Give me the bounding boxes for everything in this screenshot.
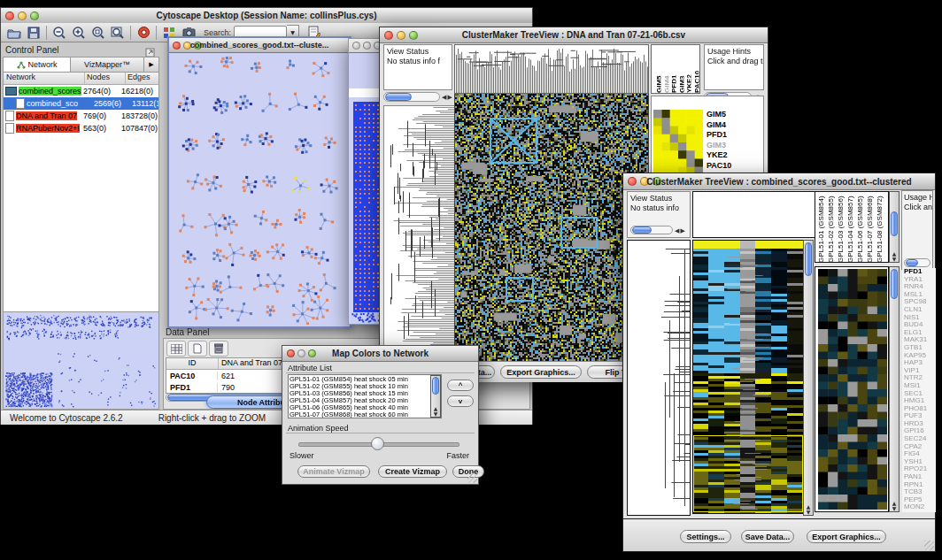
save-data-button[interactable]: Save Data... [741, 530, 794, 543]
tv1-column-label[interactable]: GIM3 [676, 47, 684, 93]
minimize-button[interactable] [363, 42, 371, 50]
help-lifesaver-icon[interactable] [134, 24, 153, 41]
scroll-up-down-icons[interactable]: ▲▼ [890, 501, 899, 511]
create-vizmap-button[interactable]: Create Vizmap [378, 465, 447, 478]
attribute-item[interactable]: GPL51-07 (GSM868) heat shock 60 min [290, 411, 429, 418]
resize-grip[interactable] [924, 541, 934, 550]
control-panel-tabs: Network VizMapper™ ▶ [4, 58, 158, 73]
attribute-listbox: GPL51-01 (GSM854) heat shock 05 minGPL51… [288, 374, 442, 418]
tv2-column-dendrogram-area[interactable] [692, 191, 816, 238]
hscroll-thumb[interactable] [906, 259, 918, 266]
tv1-column-label[interactable]: PAC10 [691, 47, 699, 93]
scroll-left-right-icons[interactable]: ◀▶ [442, 94, 453, 101]
export-graphics-button[interactable]: Export Graphics... [500, 365, 582, 379]
tv1-row-label[interactable]: GIM3 [706, 141, 731, 151]
vscroll-thumb[interactable] [891, 211, 898, 236]
move-down-button[interactable]: v [447, 395, 474, 407]
network-canvas[interactable] [169, 53, 346, 325]
status-zoom-hint: Right-click + drag to ZOOM [158, 413, 266, 423]
speed-slider-thumb[interactable] [371, 437, 384, 450]
tv2-hints-scrollbar[interactable] [904, 258, 930, 267]
tv2-status-scrollbar[interactable] [630, 226, 673, 234]
tv1-row-label[interactable]: GIM4 [706, 120, 731, 131]
delete-attribute-icon[interactable] [209, 341, 228, 357]
hscroll-thumb[interactable] [385, 93, 412, 101]
tab-network[interactable]: Network [4, 58, 71, 72]
tv2-column-label[interactable]: GPL51-08 (GSM872) [875, 194, 884, 263]
tv1-heatmap[interactable] [454, 94, 649, 361]
overview-canvas[interactable] [4, 311, 158, 410]
tv2-column-labels-vscrollbar[interactable]: ▲▼ [889, 191, 900, 263]
tv2-heatmap-vscrollbar[interactable]: ▲▼ [803, 240, 814, 516]
column-header-nodes[interactable]: Nodes [85, 73, 126, 84]
tv2-column-label[interactable]: GPL51-07 (GSM868) [865, 194, 875, 263]
attribute-select-icon[interactable] [166, 341, 186, 357]
tv1-row-label[interactable]: PFD1 [706, 130, 731, 141]
export-graphics-button[interactable]: Export Graphics... [807, 530, 886, 543]
close-button[interactable] [352, 42, 360, 50]
cytoscape-titlebar[interactable]: Cytoscape Desktop (Session Name: collins… [1, 8, 532, 24]
network-row[interactable]: RNAPuberNov2+I563(0)107847(0) [4, 122, 158, 134]
tv1-column-label[interactable]: YKE2 [683, 47, 691, 93]
animate-vizmap-button[interactable]: Animate Vizmap [297, 465, 370, 478]
settings-button[interactable]: Settings... [680, 530, 731, 543]
tv1-row-label[interactable]: YKE2 [706, 150, 731, 161]
gene-label[interactable]: MON2 [902, 503, 936, 511]
toolbar-separator [130, 26, 131, 40]
network-row[interactable]: combined_sco2569(6)13112(15) [4, 97, 158, 110]
tv2-column-label[interactable]: GPL51-06 (GSM865) [855, 194, 865, 263]
open-file-icon[interactable] [4, 24, 24, 41]
scroll-up-down-icons[interactable]: ▲▼ [804, 504, 813, 515]
resize-grip[interactable] [467, 473, 477, 483]
scroll-up-down-icons[interactable]: ▲▼ [890, 251, 899, 262]
move-up-button[interactable]: ^ [447, 380, 474, 391]
scroll-up-down-icons[interactable]: ▲▼ [431, 406, 440, 417]
tv2-row-dendrogram[interactable] [628, 241, 690, 515]
save-session-icon[interactable] [24, 24, 43, 41]
tv2-zoom-heatmap[interactable] [818, 269, 887, 510]
data-column-id[interactable]: ID [166, 358, 219, 369]
vscroll-thumb[interactable] [805, 242, 812, 276]
toolbar-separator [156, 26, 157, 40]
vscroll-thumb[interactable] [432, 377, 439, 395]
tv1-row-label[interactable]: GIM5 [706, 110, 731, 120]
view-status-message: No status info f [384, 56, 452, 65]
scroll-left-right-icons[interactable]: ◀▶ [675, 227, 686, 234]
tv2-column-labels-panel: GPL51-01 (GSM854)GPL51-02 (GSM855)GPL51-… [815, 191, 889, 263]
tab-overflow-button[interactable]: ▶ [144, 58, 158, 72]
tv1-column-label[interactable]: PFD1 [668, 47, 676, 93]
network-view-titlebar[interactable]: combined_scores_good.txt--cluste... [169, 38, 350, 53]
tv1-row-dendrogram[interactable] [383, 105, 456, 363]
tv1-row-label[interactable]: PAC10 [706, 161, 731, 172]
new-attribute-icon[interactable] [188, 341, 207, 357]
zoom-out-icon[interactable] [50, 24, 69, 41]
zoom-fit-icon[interactable] [108, 24, 127, 41]
tv2-column-label[interactable]: GPL51-01 (GSM854) [816, 194, 826, 263]
toolbar-separator [46, 26, 47, 40]
tv2-heatmap[interactable] [692, 240, 804, 514]
network-name-cell: DNA and Tran 07 [4, 111, 83, 121]
tv2-zoom-vscrollbar[interactable]: ▲▼ [889, 266, 900, 512]
tv2-column-label[interactable]: GPL51-02 (GSM855) [826, 194, 836, 263]
column-header-edges[interactable]: Edges [126, 73, 158, 84]
tv1-summary-heatmap[interactable] [653, 110, 703, 175]
tv1-column-dendrogram[interactable] [454, 44, 649, 94]
vscroll-thumb[interactable] [891, 269, 898, 299]
tab-vizmapper[interactable]: VizMapper™ [71, 58, 144, 72]
treeview2-titlebar[interactable]: ClusterMaker TreeView : combined_scores_… [623, 173, 935, 190]
tv1-status-scrollbar[interactable] [383, 92, 440, 102]
tv1-column-label[interactable]: GIM4 [661, 47, 669, 93]
network-row[interactable]: combined_scores2764(0)16218(0) [4, 85, 158, 97]
tv2-column-label[interactable]: GPL51-04 (GSM857) [845, 194, 855, 263]
hscroll-thumb[interactable] [632, 226, 652, 234]
dialog-titlebar[interactable]: Map Colors to Network [282, 346, 478, 362]
zoom-in-icon[interactable] [69, 24, 89, 41]
attribute-list-vscrollbar[interactable]: ▲▼ [430, 375, 441, 418]
tv2-column-label[interactable]: GPL51-03 (GSM856) [836, 194, 845, 263]
tv1-column-label[interactable]: GIM5 [653, 47, 661, 93]
network-row[interactable]: DNA and Tran 07769(0)183728(0) [4, 110, 158, 122]
zoom-selected-icon[interactable] [89, 24, 108, 41]
column-header-network[interactable]: Network [4, 73, 85, 84]
data-panel-title: Data Panel [166, 327, 209, 337]
treeview1-titlebar[interactable]: ClusterMaker TreeView : DNA and Tran 07-… [380, 27, 768, 43]
